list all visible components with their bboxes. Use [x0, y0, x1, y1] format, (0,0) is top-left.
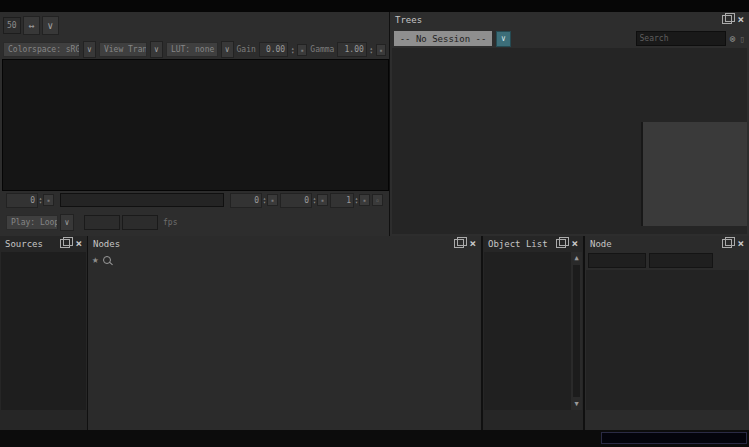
frame-end-field[interactable]: 0 [280, 193, 312, 208]
timebar-options-button[interactable]: ▫ [372, 194, 383, 206]
transport-bar: Play: Loop ∨ fps [0, 211, 389, 233]
nodes-panel: Nodes × ★ [88, 236, 481, 430]
frame-end-marker[interactable]: ▪ [317, 194, 328, 206]
frame-start-marker[interactable]: ▪ [43, 194, 54, 206]
session-select[interactable]: -- No Session -- [394, 31, 492, 46]
node-panel-title: Node [590, 239, 612, 249]
trees-panel-header: Trees × [390, 12, 749, 27]
gamma-field[interactable]: 1.00 [337, 42, 366, 57]
gain-field[interactable]: 0.00 [259, 42, 288, 57]
chevron-down-icon: ∨ [225, 45, 230, 54]
object-list-header: Object List × [483, 236, 583, 251]
nodes-panel-title: Nodes [93, 239, 120, 249]
trash-icon[interactable]: ▯ [740, 34, 745, 44]
play-mode-select[interactable]: Play: Loop [6, 215, 58, 230]
close-icon[interactable]: × [737, 15, 744, 25]
fit-width-button[interactable]: ↔ [23, 16, 40, 35]
trees-panel-title: Trees [395, 15, 422, 25]
search-input[interactable] [636, 31, 726, 46]
frame-start-field[interactable]: 0 [6, 193, 38, 208]
colorspace-dropdown-button[interactable]: ∨ [83, 41, 96, 58]
object-list-panel: Object List × ▲ ▼ [483, 236, 583, 430]
sources-footer [0, 410, 87, 430]
close-icon[interactable]: × [75, 239, 82, 249]
favorites-star-icon[interactable]: ★ [92, 253, 99, 266]
chevron-down-icon: ∨ [501, 34, 506, 43]
viewer-region: 50 ↔ ∨ Colorspace: sRGB ∨ View Trans... … [0, 12, 389, 236]
chevron-down-icon: ∨ [47, 20, 53, 31]
view-options-dropdown[interactable]: ∨ [42, 16, 59, 35]
close-icon[interactable]: × [469, 239, 476, 249]
viewer-toolbar: 50 ↔ ∨ [0, 12, 389, 38]
clear-search-icon[interactable]: ⊗ [730, 33, 736, 44]
nodes-footer [88, 410, 481, 430]
node-panel: Node × [585, 236, 749, 430]
frame-current-field[interactable]: 0 [230, 193, 262, 208]
detach-icon[interactable] [60, 239, 70, 248]
zoom-level-field[interactable]: 50 [3, 17, 21, 34]
gain-label: Gain [237, 45, 256, 54]
memory-gauge [601, 432, 747, 444]
chevron-down-icon: ∨ [87, 45, 92, 54]
lut-dropdown-button[interactable]: ∨ [221, 41, 234, 58]
tree-preview-box [641, 122, 747, 226]
session-dropdown-button[interactable]: ∨ [496, 31, 511, 47]
menu-bar [0, 0, 749, 12]
sources-panel-title: Sources [5, 239, 43, 249]
sources-list[interactable] [1, 252, 86, 410]
gain-stepper[interactable]: ▴▾ [291, 46, 294, 54]
frame-end-stepper[interactable]: ▴▾ [313, 196, 316, 204]
detach-icon[interactable] [556, 239, 566, 248]
nodes-tab-bar: ★ [88, 251, 481, 268]
frame-step-marker[interactable]: ▪ [359, 194, 370, 206]
frame-step-stepper[interactable]: ▴▾ [355, 196, 358, 204]
search-icon[interactable] [103, 256, 111, 264]
lut-select[interactable]: LUT: none [166, 42, 218, 57]
nodes-panel-header: Nodes × [88, 236, 481, 251]
playback-rate-field[interactable] [122, 215, 158, 230]
scroll-down-icon[interactable]: ▼ [574, 398, 578, 410]
node-name-field[interactable] [588, 253, 646, 268]
frame-current-stepper[interactable]: ▴▾ [263, 196, 266, 204]
node-properties-body[interactable] [586, 270, 748, 410]
view-transform-select[interactable]: View Trans... [99, 42, 147, 57]
detach-icon[interactable] [454, 239, 464, 248]
sources-panel-header: Sources × [0, 236, 87, 251]
detach-icon[interactable] [722, 239, 732, 248]
chevron-down-icon: ∨ [65, 218, 70, 227]
colorspace-select[interactable]: Colorspace: sRGB [3, 42, 80, 57]
gamma-label: Gamma [310, 45, 334, 54]
detach-icon[interactable] [722, 15, 732, 24]
viewport-canvas[interactable] [2, 59, 389, 191]
frame-step-field[interactable]: 1 [330, 193, 354, 208]
close-icon[interactable]: × [737, 239, 744, 249]
object-list[interactable] [484, 252, 571, 410]
frame-start-stepper[interactable]: ▴▾ [39, 196, 42, 204]
object-list-scrollbar[interactable]: ▲ ▼ [571, 252, 582, 410]
timeline-slider[interactable] [60, 193, 224, 207]
object-list-footer [483, 410, 583, 430]
frame-bar: 0▴▾▪ 0▴▾▪ 0▴▾▪ 1▴▾▪ ▫ [0, 191, 389, 209]
frame-rate-field[interactable] [84, 215, 120, 230]
display-toolbar: Colorspace: sRGB ∨ View Trans... ∨ LUT: … [0, 38, 389, 61]
node-properties-bar [585, 251, 749, 270]
close-icon[interactable]: × [571, 239, 578, 249]
gain-marker-toggle[interactable]: ▪ [297, 44, 307, 56]
trees-canvas[interactable] [392, 48, 747, 234]
fps-label: fps [163, 218, 177, 227]
node-panel-footer [585, 410, 749, 430]
object-list-title: Object List [488, 239, 548, 249]
view-transform-dropdown-button[interactable]: ∨ [150, 41, 163, 58]
application-window: 50 ↔ ∨ Colorspace: sRGB ∨ View Trans... … [0, 0, 749, 447]
gamma-stepper[interactable]: ▴▾ [370, 46, 373, 54]
scroll-track[interactable] [573, 265, 580, 397]
trees-panel: Trees × -- No Session -- ∨ ⊗ ▯ [390, 12, 749, 236]
node-panel-header: Node × [585, 236, 749, 251]
node-library-grid [88, 269, 481, 410]
h-arrows-icon: ↔ [28, 20, 34, 31]
gamma-marker-toggle[interactable]: ▪ [376, 44, 386, 56]
frame-current-marker[interactable]: ▪ [267, 194, 278, 206]
scroll-up-icon[interactable]: ▲ [574, 252, 578, 264]
node-label-field[interactable] [649, 253, 713, 268]
play-mode-dropdown-button[interactable]: ∨ [60, 214, 74, 231]
